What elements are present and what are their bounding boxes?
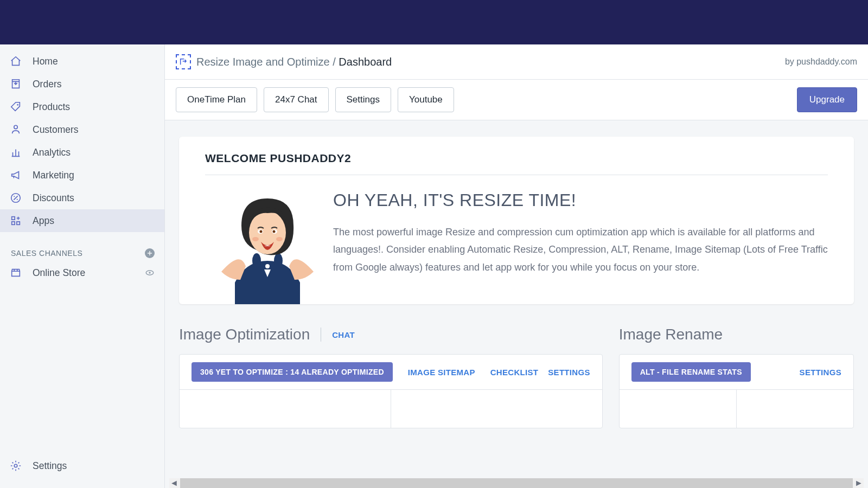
main-area: WELCOME PUSHDADDY2 <box>165 120 868 483</box>
byline: by pushdaddy.com <box>785 57 857 67</box>
chat-link[interactable]: CHAT <box>332 330 355 339</box>
sidebar-item-label: Analytics <box>33 147 71 158</box>
settings-button[interactable]: Settings <box>335 87 391 112</box>
sidebar-item-label: Orders <box>33 79 61 90</box>
sidebar-section-sales-channels: SALES CHANNELS <box>0 243 164 261</box>
toolbar: OneTime Plan 24x7 Chat Settings Youtube … <box>165 80 868 120</box>
app-logo-icon <box>176 54 191 69</box>
breadcrumb-text: Resize Image and Optimize / Dashboard <box>196 56 392 68</box>
svg-point-3 <box>14 196 15 197</box>
settings-tab[interactable]: SETTINGS <box>548 368 590 377</box>
sidebar-item-label: Products <box>33 101 70 113</box>
sidebar-item-discounts[interactable]: Discounts <box>0 187 164 209</box>
top-banner <box>0 0 868 44</box>
content-header: Resize Image and Optimize / Dashboard by… <box>165 44 868 80</box>
sidebar-item-orders[interactable]: Orders <box>0 73 164 95</box>
image-sitemap-tab[interactable]: IMAGE SITEMAP <box>408 368 475 377</box>
breadcrumb-page: Dashboard <box>339 56 392 68</box>
svg-point-12 <box>274 253 283 268</box>
rename-card: ALT - FILE RENAME STATS SETTINGS <box>619 354 854 428</box>
sidebar-item-home[interactable]: Home <box>0 50 164 73</box>
svg-point-9 <box>149 272 150 273</box>
alt-rename-pill[interactable]: ALT - FILE RENAME STATS <box>631 362 751 382</box>
discounts-icon <box>10 192 22 204</box>
checklist-tab[interactable]: CHECKLIST <box>490 368 539 377</box>
scroll-right-arrow[interactable]: ► <box>854 478 864 488</box>
divider <box>321 328 321 342</box>
sidebar-item-label: Online Store <box>33 267 85 279</box>
add-channel-button[interactable] <box>145 248 155 258</box>
sidebar-item-analytics[interactable]: Analytics <box>0 141 164 164</box>
sidebar-item-online-store[interactable]: Online Store <box>0 261 164 284</box>
sidebar-item-products[interactable]: Products <box>0 95 164 118</box>
orders-icon <box>10 78 22 90</box>
welcome-card: WELCOME PUSHDADDY2 <box>179 137 854 304</box>
grid-body <box>620 390 853 428</box>
youtube-button[interactable]: Youtube <box>398 87 454 112</box>
svg-point-17 <box>273 230 276 233</box>
svg-rect-5 <box>12 217 15 220</box>
stats-row: Image Optimization CHAT 306 YET TO OPTIM… <box>179 326 854 428</box>
svg-point-20 <box>265 264 270 268</box>
svg-point-1 <box>14 125 17 129</box>
onetime-plan-button[interactable]: OneTime Plan <box>176 87 257 112</box>
sidebar-item-label: Home <box>33 56 58 67</box>
svg-point-18 <box>252 237 259 241</box>
sidebar-item-label: Settings <box>33 460 67 472</box>
image-rename-section: Image Rename ALT - FILE RENAME STATS SET… <box>619 326 854 428</box>
section-label: SALES CHANNELS <box>11 249 82 258</box>
section-title: Image Optimization <box>179 326 310 343</box>
customers-icon <box>10 124 22 136</box>
svg-point-4 <box>17 199 18 200</box>
products-icon <box>10 101 22 113</box>
horizontal-scrollbar[interactable]: ◄ ► <box>169 478 864 488</box>
marketing-icon <box>10 169 22 181</box>
toolbar-left: OneTime Plan 24x7 Chat Settings Youtube <box>176 87 454 112</box>
welcome-headline: OH YEAH, IT'S RESIZE TIME! <box>333 190 828 210</box>
optimization-card: 306 YET TO OPTIMIZE : 14 ALREADY OPTIMIZ… <box>179 354 603 428</box>
sidebar-item-label: Discounts <box>33 192 74 204</box>
sidebar-items: Home Orders Products Customers <box>0 44 164 232</box>
grid-cell <box>620 390 737 428</box>
content: Resize Image and Optimize / Dashboard by… <box>165 44 868 488</box>
welcome-illustration <box>205 190 330 304</box>
tab-bar: 306 YET TO OPTIMIZE : 14 ALREADY OPTIMIZ… <box>180 355 602 390</box>
section-header: Image Rename <box>619 326 854 343</box>
welcome-paragraph: The most powerful image Resize and compr… <box>333 223 828 276</box>
section-header: Image Optimization CHAT <box>179 326 603 343</box>
main-layout: Home Orders Products Customers <box>0 44 868 488</box>
svg-point-19 <box>276 237 283 241</box>
breadcrumb: Resize Image and Optimize / Dashboard <box>176 54 392 69</box>
sidebar-item-label: Apps <box>33 215 54 227</box>
chat-button[interactable]: 24x7 Chat <box>264 87 329 112</box>
upgrade-button[interactable]: Upgrade <box>797 87 857 112</box>
sidebar-item-label: Marketing <box>33 170 74 181</box>
section-title: Image Rename <box>619 326 723 343</box>
svg-point-15 <box>260 230 263 233</box>
sidebar: Home Orders Products Customers <box>0 44 165 488</box>
grid-cell <box>180 390 391 428</box>
svg-point-0 <box>17 104 18 106</box>
view-store-button[interactable] <box>145 268 155 278</box>
online-store-icon <box>10 267 22 279</box>
sidebar-item-customers[interactable]: Customers <box>0 118 164 141</box>
sidebar-item-apps[interactable]: Apps <box>0 209 164 232</box>
sidebar-item-label: Customers <box>33 124 79 136</box>
analytics-icon <box>10 146 22 158</box>
grid-body <box>180 390 602 428</box>
sidebar-item-marketing[interactable]: Marketing <box>0 164 164 187</box>
welcome-body: OH YEAH, IT'S RESIZE TIME! The most powe… <box>205 175 828 304</box>
breadcrumb-sep: / <box>333 56 336 68</box>
settings-icon <box>10 460 22 472</box>
scroll-left-arrow[interactable]: ◄ <box>169 478 179 488</box>
breadcrumb-app-name[interactable]: Resize Image and Optimize <box>196 56 330 68</box>
svg-rect-6 <box>12 222 15 225</box>
optimize-status-pill[interactable]: 306 YET TO OPTIMIZE : 14 ALREADY OPTIMIZ… <box>192 362 393 382</box>
svg-point-11 <box>252 253 261 268</box>
scrollbar-track[interactable] <box>180 478 853 488</box>
sidebar-item-settings[interactable]: Settings <box>0 454 164 477</box>
tab-bar: ALT - FILE RENAME STATS SETTINGS <box>620 355 853 390</box>
settings-tab[interactable]: SETTINGS <box>800 368 841 377</box>
welcome-title: WELCOME PUSHDADDY2 <box>205 152 828 175</box>
svg-rect-7 <box>17 222 20 225</box>
